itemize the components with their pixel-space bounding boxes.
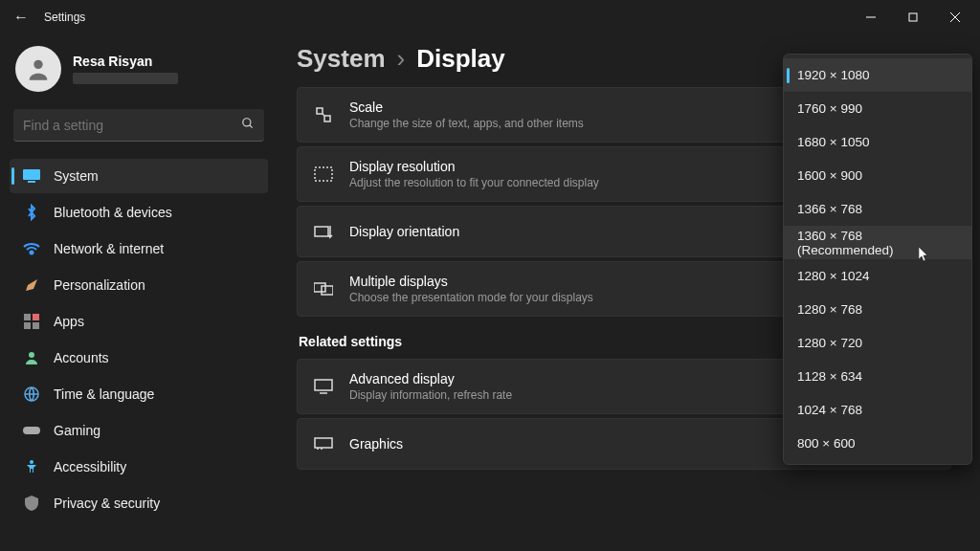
svg-point-9 xyxy=(31,252,33,254)
svg-point-4 xyxy=(33,60,42,69)
sidebar-item-label: Accessibility xyxy=(54,459,126,474)
sidebar-item-network[interactable]: Network & internet xyxy=(10,231,268,266)
dropdown-item[interactable]: 1360 × 768 (Recommended) xyxy=(784,226,971,259)
svg-rect-8 xyxy=(28,181,35,183)
svg-rect-11 xyxy=(33,314,39,320)
dropdown-item[interactable]: 800 × 600 xyxy=(784,427,971,460)
graphics-icon xyxy=(313,437,334,451)
user-email-placeholder xyxy=(73,73,178,84)
dropdown-item[interactable]: 1760 × 990 xyxy=(784,92,971,125)
svg-rect-1 xyxy=(909,13,917,21)
svg-rect-21 xyxy=(315,227,328,236)
sidebar-item-label: Accounts xyxy=(54,350,109,365)
svg-rect-24 xyxy=(315,380,332,390)
sidebar-item-label: Personalization xyxy=(54,277,145,293)
dropdown-item[interactable]: 1024 × 768 xyxy=(784,393,971,427)
page-title: Display xyxy=(416,44,505,74)
svg-rect-10 xyxy=(24,314,31,320)
sidebar-item-personalization[interactable]: Personalization xyxy=(10,268,268,302)
nav: System Bluetooth & devices Network & int… xyxy=(10,159,268,520)
system-icon xyxy=(23,167,40,185)
titlebar: ← Settings xyxy=(0,0,980,34)
wifi-icon xyxy=(23,240,40,257)
svg-rect-16 xyxy=(23,427,40,434)
svg-rect-23 xyxy=(322,286,333,295)
multiple-displays-icon xyxy=(313,281,334,297)
user-name: Resa Risyan xyxy=(73,54,178,69)
sidebar-item-gaming[interactable]: Gaming xyxy=(10,413,268,448)
chevron-right-icon: › xyxy=(397,44,406,74)
sidebar-item-bluetooth[interactable]: Bluetooth & devices xyxy=(10,195,268,230)
sidebar-item-label: Gaming xyxy=(54,423,100,438)
back-button[interactable]: ← xyxy=(4,9,38,26)
dropdown-item[interactable]: 1280 × 768 xyxy=(784,293,971,326)
dropdown-item[interactable]: 1600 × 900 xyxy=(784,159,971,192)
cursor-icon xyxy=(919,247,930,265)
monitor-icon xyxy=(313,379,334,394)
dropdown-item[interactable]: 1920 × 1080 xyxy=(784,58,971,92)
svg-point-14 xyxy=(29,352,34,358)
bluetooth-icon xyxy=(23,204,40,221)
minimize-button[interactable] xyxy=(850,2,892,33)
sidebar-item-apps[interactable]: Apps xyxy=(10,304,268,339)
avatar xyxy=(15,46,61,92)
sidebar-item-label: Time & language xyxy=(54,386,154,402)
dropdown-item[interactable]: 1366 × 768 xyxy=(784,192,971,226)
search-input[interactable] xyxy=(23,118,241,133)
resolution-icon xyxy=(313,166,334,182)
sidebar-item-label: Apps xyxy=(54,314,84,329)
close-button[interactable] xyxy=(934,2,976,33)
sidebar: Resa Risyan System Bluetooth & devices N… xyxy=(0,34,278,551)
svg-point-17 xyxy=(30,460,33,464)
sidebar-item-label: Network & internet xyxy=(54,241,164,256)
svg-rect-13 xyxy=(33,322,39,329)
brush-icon xyxy=(23,276,40,294)
svg-rect-20 xyxy=(315,167,332,181)
resolution-dropdown[interactable]: 1920 × 1080 1760 × 990 1680 × 1050 1600 … xyxy=(783,54,972,465)
person-icon xyxy=(23,349,40,366)
svg-point-5 xyxy=(243,119,251,126)
dropdown-item[interactable]: 1280 × 720 xyxy=(784,326,971,360)
user-profile[interactable]: Resa Risyan xyxy=(10,40,268,109)
dropdown-item[interactable]: 1280 × 1024 xyxy=(784,259,971,293)
gamepad-icon xyxy=(23,422,40,439)
svg-rect-22 xyxy=(314,283,325,292)
shield-icon xyxy=(23,495,40,512)
breadcrumb-parent[interactable]: System xyxy=(297,44,386,74)
window-title: Settings xyxy=(44,11,85,24)
sidebar-item-label: System xyxy=(54,168,99,184)
maximize-button[interactable] xyxy=(892,2,934,33)
scale-icon xyxy=(313,106,334,123)
svg-rect-12 xyxy=(24,322,31,329)
search-icon xyxy=(241,117,255,133)
sidebar-item-label: Bluetooth & devices xyxy=(54,205,172,220)
apps-icon xyxy=(23,313,40,330)
svg-rect-19 xyxy=(324,116,330,121)
globe-icon xyxy=(23,386,40,403)
svg-line-6 xyxy=(250,125,253,128)
svg-rect-7 xyxy=(23,169,40,180)
sidebar-item-time-language[interactable]: Time & language xyxy=(10,377,268,411)
sidebar-item-system[interactable]: System xyxy=(10,159,268,193)
sidebar-item-accessibility[interactable]: Accessibility xyxy=(10,450,268,484)
dropdown-item[interactable]: 1128 × 634 xyxy=(784,360,971,393)
svg-rect-18 xyxy=(317,108,323,114)
sidebar-item-privacy[interactable]: Privacy & security xyxy=(10,486,268,520)
orientation-icon xyxy=(313,224,334,239)
sidebar-item-label: Privacy & security xyxy=(54,496,160,511)
search-box[interactable] xyxy=(13,109,264,142)
accessibility-icon xyxy=(23,458,40,475)
dropdown-item[interactable]: 1680 × 1050 xyxy=(784,125,971,159)
svg-rect-26 xyxy=(315,438,332,448)
sidebar-item-accounts[interactable]: Accounts xyxy=(10,341,268,375)
